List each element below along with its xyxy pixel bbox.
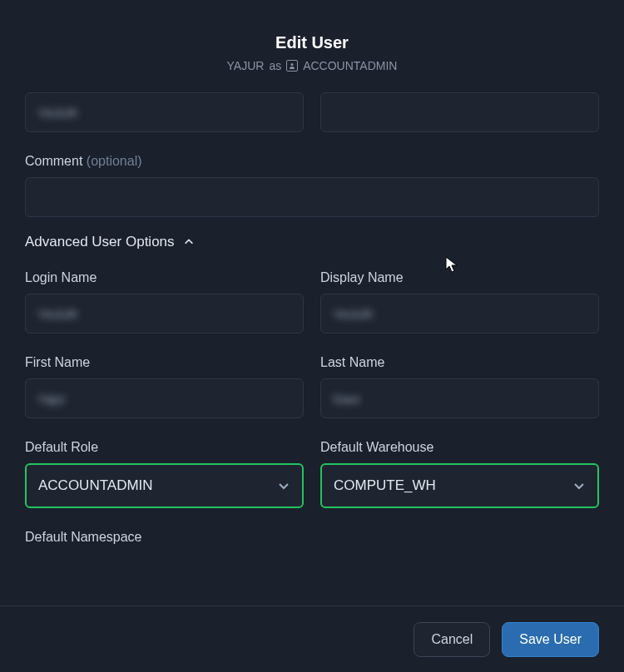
login-name-value: YAJUR (37, 307, 77, 321)
login-name-input[interactable]: YAJUR (25, 294, 304, 334)
last-name-input[interactable]: Gaur (320, 378, 599, 418)
first-name-value: Yajur (37, 392, 66, 406)
dialog-subtitle: YAJUR as ACCOUNTADMIN (0, 59, 624, 72)
dialog-title: Edit User (0, 33, 624, 52)
default-role-select[interactable]: ACCOUNTADMIN (25, 463, 304, 508)
default-namespace-label: Default Namespace (25, 530, 599, 545)
first-name-label: First Name (25, 355, 304, 370)
role-badge-icon (286, 60, 298, 72)
username-input[interactable]: YAJUR (25, 92, 304, 132)
chevron-up-icon (183, 236, 195, 248)
last-name-label: Last Name (320, 355, 599, 370)
chevron-down-icon (277, 479, 290, 492)
save-user-button[interactable]: Save User (502, 622, 599, 657)
subtitle-role: ACCOUNTADMIN (303, 59, 397, 72)
default-warehouse-label: Default Warehouse (320, 440, 599, 455)
display-name-value: YAJUR (333, 307, 373, 321)
edit-user-dialog: Edit User YAJUR as ACCOUNTADMIN YAJUR (0, 0, 624, 672)
comment-optional-text: (optional) (87, 154, 142, 168)
cancel-button[interactable]: Cancel (414, 622, 490, 657)
top-fields-row: YAJUR (25, 92, 599, 132)
display-name-input[interactable]: YAJUR (320, 294, 599, 334)
chevron-down-icon (572, 479, 586, 492)
default-role-label: Default Role (25, 440, 304, 455)
login-name-label: Login Name (25, 270, 304, 285)
subtitle-user: YAJUR (227, 59, 265, 72)
comment-label-text: Comment (25, 154, 82, 168)
username-value: YAJUR (37, 106, 77, 120)
default-role-value: ACCOUNTADMIN (38, 477, 153, 494)
last-name-value: Gaur (333, 392, 360, 406)
comment-label: Comment (optional) (25, 154, 599, 169)
display-name-label: Display Name (320, 270, 599, 285)
advanced-options-label: Advanced User Options (25, 234, 175, 250)
default-warehouse-value: COMPUTE_WH (334, 477, 436, 494)
dialog-body: YAJUR Comment (optional) Advanced User O… (0, 81, 624, 605)
dialog-header: Edit User YAJUR as ACCOUNTADMIN (0, 0, 624, 81)
subtitle-as: as (269, 59, 281, 72)
secondary-input[interactable] (320, 92, 599, 132)
first-name-input[interactable]: Yajur (25, 378, 304, 418)
comment-input[interactable] (25, 177, 599, 217)
dialog-footer: Cancel Save User (0, 605, 624, 672)
default-warehouse-select[interactable]: COMPUTE_WH (320, 463, 599, 508)
svg-point-0 (291, 63, 294, 66)
advanced-options-toggle[interactable]: Advanced User Options (25, 234, 599, 250)
